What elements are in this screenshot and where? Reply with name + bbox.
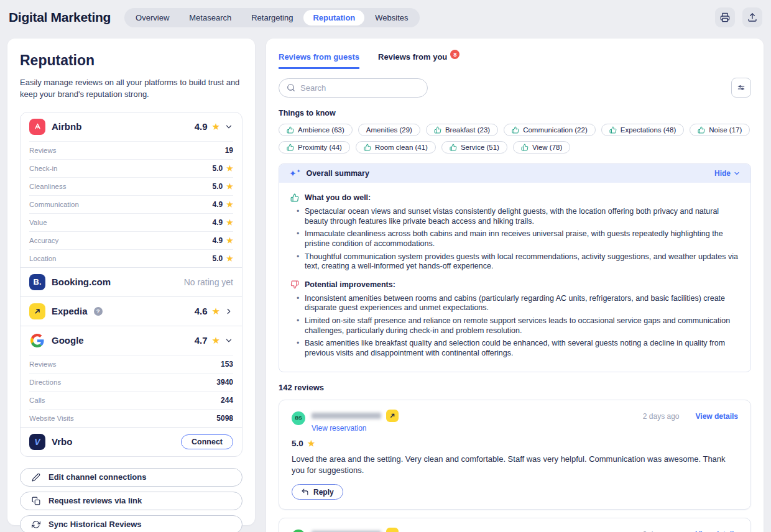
- stat-row: Cleanliness 5.0★: [29, 177, 233, 195]
- action-label: Edit channel connections: [48, 472, 146, 482]
- improve-section-title: Potential improvements:: [290, 280, 739, 289]
- edit-channel-connections-button[interactable]: Edit channel connections: [20, 468, 242, 487]
- google-stats: Reviews 153 Directions 3940 Calls 244 We…: [21, 355, 242, 427]
- topic-chip[interactable]: Ambience (63): [279, 124, 353, 136]
- reviews-list: BS View reservation 2 days ago View deta…: [279, 400, 751, 532]
- avatar: BS: [292, 411, 305, 425]
- star-icon: ★: [212, 122, 220, 131]
- reputation-sidebar: Reputation Easily manage reviews on all …: [7, 39, 255, 525]
- search-input[interactable]: [300, 83, 420, 93]
- platform-name: Google: [52, 335, 84, 346]
- export-button[interactable]: [742, 7, 762, 27]
- summary-bullet: Immaculate cleanliness across both cabin…: [297, 229, 739, 249]
- topic-chip[interactable]: Proximity (44): [279, 141, 350, 154]
- chip-label: Ambience (63): [298, 126, 344, 134]
- topic-chip[interactable]: Noise (17): [690, 124, 750, 136]
- airbnb-stats: Reviews 19 Check-in 5.0★ Cleanliness 5.0…: [21, 141, 242, 267]
- sync-historical-reviews-button[interactable]: Sync Historical Reviews: [20, 515, 242, 532]
- stat-value: 244: [221, 396, 233, 405]
- platform-row-booking[interactable]: B. Booking.com No rating yet: [21, 267, 242, 296]
- booking-icon: B.: [29, 274, 45, 290]
- chevron-down-icon[interactable]: [224, 122, 233, 131]
- guest-name-redacted: [312, 413, 381, 419]
- topic-chip[interactable]: Breakfast (23): [426, 124, 498, 136]
- nav-tab-metasearch[interactable]: Metasearch: [180, 10, 241, 25]
- expedia-icon: [386, 528, 399, 532]
- topic-chip[interactable]: Communication (22): [504, 124, 596, 136]
- platform-name: Expedia: [52, 306, 88, 316]
- star-icon: ★: [212, 306, 220, 316]
- tab-label: Reviews from you: [378, 52, 447, 62]
- chip-label: Noise (17): [709, 126, 742, 134]
- chevron-right-icon[interactable]: [224, 307, 233, 316]
- thumbs-up-icon: [364, 144, 371, 151]
- nav-tab-retargeting[interactable]: Retargeting: [242, 10, 302, 25]
- sync-icon: [32, 520, 40, 529]
- topic-chip[interactable]: Amenities (29): [358, 124, 420, 136]
- stat-value: 5.0★: [213, 164, 233, 173]
- platform-rating: 4.9: [195, 121, 208, 132]
- platform-rating: 4.6: [195, 306, 208, 316]
- star-icon: ★: [226, 165, 233, 172]
- search-icon: [287, 83, 295, 92]
- thumbs-down-icon: [290, 280, 299, 289]
- print-button[interactable]: [715, 7, 735, 27]
- review-time: 2 days ago: [643, 412, 680, 421]
- topic-chip[interactable]: Room clean (41): [356, 141, 436, 154]
- improve-title-text: Potential improvements:: [305, 280, 395, 289]
- stat-value: 4.9★: [213, 218, 233, 227]
- topic-chip[interactable]: View (78): [513, 141, 570, 154]
- reply-label: Reply: [313, 488, 334, 497]
- improve-points-list: Inconsistent amenities between rooms and…: [297, 294, 739, 359]
- platform-row-google[interactable]: Google 4.7 ★: [21, 326, 242, 355]
- summary-bullet: Spectacular ocean views and sunset vista…: [297, 207, 739, 226]
- stat-label: Value: [29, 219, 47, 226]
- chip-label: Breakfast (23): [445, 126, 490, 134]
- tab-reviews-from-guests[interactable]: Reviews from guests: [279, 52, 359, 69]
- stat-row: Website Visits 5098: [29, 409, 233, 427]
- chip-label: Expectations (48): [621, 126, 676, 134]
- topic-chip[interactable]: Expectations (48): [601, 124, 685, 136]
- nav-tab-reputation[interactable]: Reputation: [303, 10, 364, 25]
- stat-value: 5.0★: [213, 182, 233, 191]
- platform-row-airbnb[interactable]: Airbnb 4.9 ★: [21, 112, 242, 141]
- sidebar-actions: Edit channel connections Request reviews…: [20, 468, 242, 532]
- review-card: SS View reservation 3 days ago View deta…: [279, 518, 751, 532]
- thumbs-up-icon: [521, 144, 529, 151]
- search-input-wrapper: [279, 78, 428, 98]
- tab-reviews-from-you[interactable]: Reviews from you8: [378, 52, 459, 69]
- view-reservation-link[interactable]: View reservation: [312, 424, 367, 433]
- stat-row: Reviews 153: [29, 355, 233, 373]
- platform-row-expedia[interactable]: Expedia ? 4.6 ★: [21, 296, 242, 326]
- filter-button[interactable]: [731, 78, 751, 98]
- stat-row: Check-in 5.0★: [29, 159, 233, 177]
- expedia-icon: [29, 303, 45, 319]
- hide-summary-link[interactable]: Hide: [714, 169, 741, 178]
- reviews-tabs: Reviews from guests Reviews from you8: [279, 52, 751, 69]
- thumbs-up-icon: [609, 126, 617, 134]
- chevron-down-icon[interactable]: [224, 336, 233, 345]
- platform-name: Airbnb: [52, 121, 81, 132]
- sliders-icon: [736, 83, 746, 93]
- hide-label: Hide: [714, 169, 731, 178]
- topic-chip[interactable]: Service (51): [441, 141, 507, 154]
- request-reviews-link-button[interactable]: Request reviews via link: [20, 492, 242, 510]
- platform-name: Vrbo: [52, 436, 72, 447]
- reply-button[interactable]: Reply: [292, 484, 343, 500]
- chip-label: Amenities (29): [366, 126, 412, 134]
- topic-chips: Ambience (63)Amenities (29)Breakfast (23…: [279, 124, 751, 154]
- stat-row: Reviews 19: [29, 141, 233, 159]
- stat-label: Accuracy: [29, 237, 58, 244]
- thumbs-up-icon: [287, 126, 294, 134]
- reviews-panel: Reviews from guests Reviews from you8 Th…: [266, 39, 764, 532]
- platform-note: No rating yet: [184, 277, 233, 287]
- platforms-panel: Airbnb 4.9 ★ Reviews 19 Check-in 5.0★ Cl…: [20, 112, 242, 457]
- stat-value: 4.9★: [213, 200, 233, 209]
- ai-sparkles-icon: ✦✦: [289, 169, 300, 178]
- connect-button[interactable]: Connect: [181, 434, 233, 449]
- platform-rating: 4.7: [195, 335, 208, 346]
- nav-tab-overview[interactable]: Overview: [126, 10, 178, 25]
- view-details-link[interactable]: View details: [696, 412, 738, 421]
- help-icon[interactable]: ?: [94, 307, 103, 316]
- nav-tab-websites[interactable]: Websites: [366, 10, 417, 25]
